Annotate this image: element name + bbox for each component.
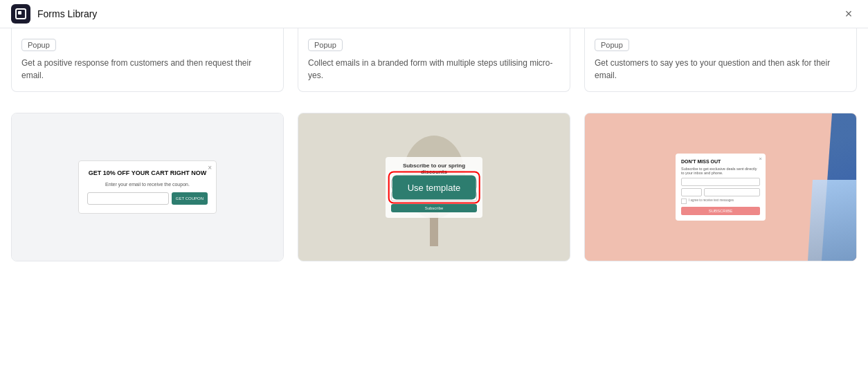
header-left: Forms Library <box>11 4 97 24</box>
desc-partial-3: Get customers to say yes to your questio… <box>595 57 847 82</box>
card-sms-preview: Subscribe to our spring discounts Subscr… <box>298 113 570 261</box>
tcpa-checkbox <box>681 198 687 204</box>
desc-partial-2: Collect emails in a branded form with mu… <box>308 57 560 82</box>
partial-card-2[interactable]: Popup Collect emails in a branded form w… <box>298 28 570 92</box>
badge-partial-3: Popup <box>595 39 629 51</box>
cart-popup-coupon-btn: GET COUPON <box>172 192 208 205</box>
popup-close-icon: × <box>208 164 212 172</box>
card-tcpa[interactable]: × DON'T MISS OUT Subscribe to get exclus… <box>584 113 857 261</box>
cart-popup-title: GET 10% OFF YOUR CART RIGHT NOW <box>87 169 208 178</box>
tcpa-phone-row <box>681 188 760 196</box>
tcpa-popup-title: DON'T MISS OUT <box>681 159 760 164</box>
badge-partial-1: Popup <box>21 39 56 51</box>
card-tcpa-body: Email & SMS capture (TCPA) Popup Collect… <box>585 261 856 261</box>
cart-popup-input-row: GET COUPON <box>87 192 208 205</box>
badge-partial-2: Popup <box>308 39 343 51</box>
card-cart-body: Cart abandonment Popup Stop shoppers fro… <box>12 261 283 261</box>
close-button[interactable]: × <box>840 6 857 22</box>
sms-form-submit-btn: Subscribe <box>391 204 477 212</box>
tcpa-checkbox-row: I agree to receive text messages <box>681 198 760 204</box>
card-tcpa-preview: × DON'T MISS OUT Subscribe to get exclus… <box>585 113 856 261</box>
modal-title: Forms Library <box>37 8 97 19</box>
partial-card-1[interactable]: Popup Get a positive response from custo… <box>11 28 284 92</box>
main-cards-grid: × GET 10% OFF YOUR CART RIGHT NOW Enter … <box>11 106 857 261</box>
tcpa-email-input <box>681 178 760 186</box>
partial-card-3[interactable]: Popup Get customers to say yes to your q… <box>584 28 857 92</box>
use-template-overlay: Use template <box>390 172 479 202</box>
cart-popup-mock: × GET 10% OFF YOUR CART RIGHT NOW Enter … <box>78 160 217 214</box>
cart-popup-email-input <box>87 192 169 205</box>
use-template-button[interactable]: Use template <box>392 175 476 199</box>
modal-content: Popup Get a positive response from custo… <box>0 28 868 388</box>
desc-partial-1: Get a positive response from customers a… <box>21 57 273 82</box>
tcpa-popup-sub: Subscribe to get exclusive deals sent di… <box>681 167 760 175</box>
top-partial-row: Popup Get a positive response from custo… <box>11 28 857 92</box>
app-logo-inner <box>15 8 26 19</box>
card-cart-abandonment[interactable]: × GET 10% OFF YOUR CART RIGHT NOW Enter … <box>11 113 284 261</box>
tcpa-popup-close-icon: × <box>759 156 762 162</box>
tcpa-popup-mock: × DON'T MISS OUT Subscribe to get exclus… <box>676 154 766 221</box>
card-cart-preview: × GET 10% OFF YOUR CART RIGHT NOW Enter … <box>12 113 283 261</box>
modal-header: Forms Library × <box>0 0 868 28</box>
tcpa-subscribe-btn: SUBSCRIBE <box>681 207 760 215</box>
tcpa-phone-input <box>704 188 760 196</box>
app-logo-icon <box>11 4 30 24</box>
card-email-sms-multistep[interactable]: Subscribe to our spring discounts Subscr… <box>298 113 570 261</box>
cart-popup-sub: Enter your email to receive the coupon. <box>87 182 208 187</box>
card-sms-body: Email & SMS Multi-step spring deal Popup… <box>298 261 570 261</box>
tcpa-legal-text: I agree to receive text messages <box>689 198 734 203</box>
tcpa-country-select <box>681 188 702 196</box>
